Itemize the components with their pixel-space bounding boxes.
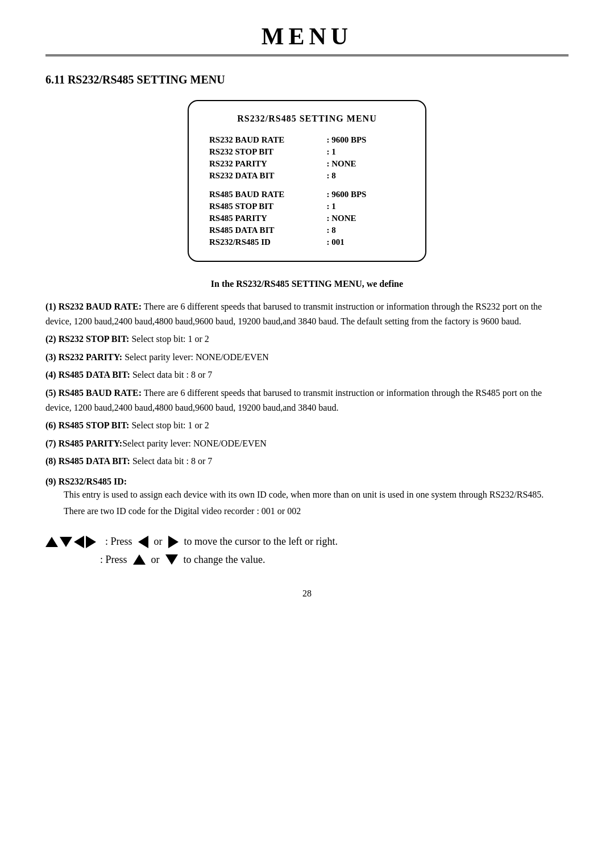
content-item-4: (4) RS485 DATA BIT: Select data bit : 8 … <box>45 368 569 382</box>
page-title: MENU <box>45 23 569 50</box>
nav-text-lr: : Press or to move the cursor to the lef… <box>105 536 338 548</box>
menu-item: RS232 DATA BIT: 8 <box>209 170 405 182</box>
press-left-icon <box>138 536 148 548</box>
menu-table: RS232 BAUD RATE: 9600 BPSRS232 STOP BIT:… <box>209 134 405 248</box>
item-bold-1: (1) RS232 BAUD RATE: <box>45 302 142 311</box>
page-number: 28 <box>45 589 569 599</box>
id-body: This entry is used to assign each device… <box>64 487 569 520</box>
menu-item: RS232/RS485 ID: 001 <box>209 236 405 248</box>
content-item-3: (3) RS232 PARITY: Select parity lever: N… <box>45 350 569 365</box>
down-arrow-icon <box>60 537 72 547</box>
nav-prefix-ud: : Press <box>100 554 127 566</box>
right-arrow-icon <box>86 536 96 548</box>
menu-box-title: RS232/RS485 SETTING MENU <box>209 114 405 124</box>
content-item-5: (5) RS485 BAUD RATE: There are 6 differe… <box>45 386 569 415</box>
menu-item: RS485 PARITY: NONE <box>209 212 405 224</box>
content-item-2: (2) RS232 STOP BIT: Select stop bit: 1 o… <box>45 332 569 347</box>
content-item-6: (6) RS485 STOP BIT: Select stop bit: 1 o… <box>45 418 569 433</box>
left-arrow-icon <box>74 536 84 548</box>
section-heading: 6.11 RS232/RS485 SETTING MENU <box>45 73 569 86</box>
title-divider <box>45 55 569 56</box>
menu-item-label: RS232 DATA BIT <box>209 170 326 182</box>
press-up-icon <box>133 554 146 565</box>
item-bold-5: (5) RS485 BAUD RATE: <box>45 388 142 398</box>
menu-item: RS232 PARITY: NONE <box>209 158 405 170</box>
id-section: (9) RS232/RS485 ID: This entry is used t… <box>45 477 569 520</box>
nav-text-ud: : Press or to change the value. <box>100 554 265 566</box>
menu-item: RS485 BAUD RATE: 9600 BPS <box>209 189 405 201</box>
item-bold-6: (6) RS485 STOP BIT: <box>45 420 129 430</box>
menu-item-label: RS232 STOP BIT <box>209 146 326 158</box>
menu-box: RS232/RS485 SETTING MENU RS232 BAUD RATE… <box>188 100 426 262</box>
menu-item-value: : 8 <box>326 170 405 182</box>
nav-suffix-ud: to change the value. <box>184 554 265 566</box>
menu-item-label: RS232/RS485 ID <box>209 236 326 248</box>
nav-row-lr: : Press or to move the cursor to the lef… <box>45 536 569 548</box>
menu-item: RS485 STOP BIT: 1 <box>209 201 405 212</box>
define-heading: In the RS232/RS485 SETTING MENU, we defi… <box>45 279 569 289</box>
navigation-section: : Press or to move the cursor to the lef… <box>45 536 569 571</box>
content-items: (1) RS232 BAUD RATE: There are 6 differe… <box>45 299 569 469</box>
id-body-line: This entry is used to assign each device… <box>64 487 569 503</box>
up-arrow-icon <box>45 537 58 547</box>
menu-item-value: : 001 <box>326 236 405 248</box>
item-bold-4: (4) RS485 DATA BIT: <box>45 370 130 379</box>
menu-item-label: RS232 PARITY <box>209 158 326 170</box>
content-item-1: (1) RS232 BAUD RATE: There are 6 differe… <box>45 299 569 328</box>
menu-item-value: : NONE <box>326 158 405 170</box>
menu-item-value: : NONE <box>326 212 405 224</box>
id-body-line: There are two ID code for the Digital vi… <box>64 503 569 520</box>
menu-item-label: RS485 PARITY <box>209 212 326 224</box>
menu-item: RS485 DATA BIT: 8 <box>209 224 405 236</box>
menu-item-value: : 8 <box>326 224 405 236</box>
menu-item-label: RS232 BAUD RATE <box>209 134 326 146</box>
item-bold-3: (3) RS232 PARITY: <box>45 352 122 362</box>
content-item-7: (7) RS485 PARITY:Select parity lever: NO… <box>45 436 569 451</box>
menu-item: RS232 STOP BIT: 1 <box>209 146 405 158</box>
id-heading: (9) RS232/RS485 ID: <box>45 477 569 487</box>
menu-item-value: : 9600 BPS <box>326 134 405 146</box>
nav-or-ud: or <box>151 554 160 566</box>
menu-item-value: : 1 <box>326 146 405 158</box>
menu-item-label: RS485 BAUD RATE <box>209 189 326 201</box>
menu-item-label: RS485 DATA BIT <box>209 224 326 236</box>
item-bold-8: (8) RS485 DATA BIT: <box>45 456 130 466</box>
menu-item-label: RS485 STOP BIT <box>209 201 326 212</box>
item-bold-2: (2) RS232 STOP BIT: <box>45 334 129 344</box>
press-right-icon <box>168 536 179 548</box>
menu-item-value: : 1 <box>326 201 405 212</box>
all-arrows-icon <box>45 536 96 548</box>
item-bold-7: (7) RS485 PARITY: <box>45 439 122 448</box>
press-down-icon <box>165 554 178 565</box>
nav-suffix-lr: to move the cursor to the left or right. <box>184 536 338 548</box>
nav-prefix-lr: : Press <box>105 536 132 548</box>
nav-row-ud: : Press or to change the value. <box>100 554 569 566</box>
menu-item-value: : 9600 BPS <box>326 189 405 201</box>
content-item-8: (8) RS485 DATA BIT: Select data bit : 8 … <box>45 454 569 469</box>
nav-or-lr: or <box>154 536 163 548</box>
menu-item: RS232 BAUD RATE: 9600 BPS <box>209 134 405 146</box>
